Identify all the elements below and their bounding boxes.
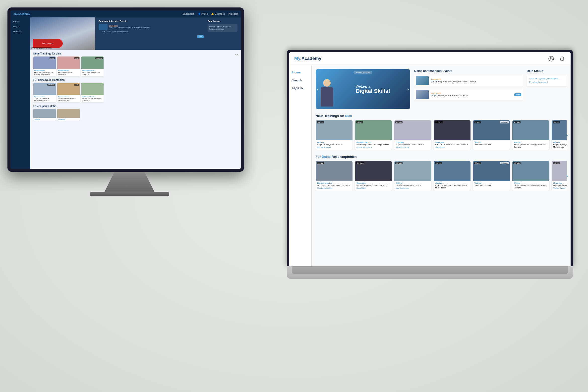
desktop-logo: my.Academy xyxy=(14,12,30,16)
laptop-rolle-card-1-title: Moderating transformation processes xyxy=(317,184,351,187)
banner-person xyxy=(318,77,336,109)
event-1-info: 23.10.2031 ZZPK_034 with unicode Title (… xyxy=(109,25,150,28)
laptop-sidebar-myskills[interactable]: MySkills xyxy=(292,86,308,90)
card-2-body: Präsenzseminar ZZPK 022 EN with all desc… xyxy=(57,69,80,76)
notifications-icon[interactable] xyxy=(558,55,566,62)
card-4-img: 5 Stunden xyxy=(33,83,56,95)
section-neue-prev[interactable]: ‹ xyxy=(235,53,236,56)
hero-more-btn[interactable]: Mehr Infos zu Lorem ipsum xyxy=(31,47,52,49)
laptop-neue-card-1-title: Project Management Basics xyxy=(317,143,351,146)
laptop-neue-card-2-author-link[interactable]: Claudia Michaelsen xyxy=(356,146,372,148)
card-1-body: Präsenzseminar ZZPK_034 with unicode Tit… xyxy=(33,69,56,76)
card-lorem-2-img xyxy=(57,109,80,118)
section-lorem-title: Lorem ipsum static xyxy=(33,105,238,108)
card-lorem-2-body: Classroom xyxy=(57,118,80,121)
desktop-logout[interactable]: ⏻ Logout xyxy=(228,13,238,15)
laptop-rolle-card-7-badge: 45 min xyxy=(553,162,560,164)
laptop-neue-card-4-type: Classroom xyxy=(435,141,469,143)
mehr-btn-area: mehr xyxy=(98,34,204,38)
laptop-sidebar-home[interactable]: Home xyxy=(292,70,308,75)
banner-nav-left[interactable]: ‹ xyxy=(317,86,319,92)
laptop-sidebar-search[interactable]: Search xyxy=(292,78,308,83)
desktop-sidebar-suche[interactable]: Suche xyxy=(13,26,28,28)
laptop-rolle-card-3-img: 30 min xyxy=(394,161,431,181)
laptop-rolle-card-1-author-link[interactable]: Claudia Michaelsen xyxy=(317,187,332,189)
mehr-button[interactable]: mehr xyxy=(197,35,204,38)
card-3-badge: 5 Minuten xyxy=(95,57,103,59)
desktop-sidebar-home[interactable]: Home xyxy=(13,20,28,23)
desktop-logo-text: Academy xyxy=(18,12,30,16)
laptop-rolle-card-6: 45 min Webinar How to produce a training… xyxy=(512,161,549,191)
laptop-neue-card-1-author-link[interactable]: Max Mustermann xyxy=(317,146,330,148)
laptop-event-thumb-2 xyxy=(416,90,429,99)
event-thumb-1 xyxy=(98,24,108,30)
desktop-section-neue: Neue Trainings für dich ‹ › xyxy=(33,52,238,76)
desktop-events-title: Deine anstehenden Events xyxy=(98,20,204,22)
section-neue-title: Neue Trainings für dich xyxy=(33,52,61,55)
desktop-event-1: 23.10.2031 ZZPK_034 with unicode Title (… xyxy=(98,24,204,30)
laptop-event-mehr-btn[interactable]: mehr xyxy=(514,93,521,96)
profile-icon[interactable] xyxy=(548,55,555,62)
desktop-card-1: 5 Tage Präsenzseminar ZZPK_034 with unic… xyxy=(33,56,56,76)
laptop-neue-card-3-img: 45 min xyxy=(394,120,431,140)
laptop-rolle-card-1-type: Blended Learning xyxy=(317,182,351,184)
desktop-topbar: my.Academy DE Deutsch 👤 Profile 🔔 Messag… xyxy=(10,10,241,18)
svg-point-1 xyxy=(550,57,552,59)
hero-more-label: Mehr Infos zu Lorem ipsum xyxy=(31,47,52,49)
desktop-nav-right: DE Deutsch 👤 Profile 🔔 Messages ⏻ Logout xyxy=(182,13,238,15)
neue-scroll-right[interactable]: › xyxy=(566,132,568,138)
laptop-neue-highlight: Dich xyxy=(345,114,352,118)
desktop-hero-image: 20-20-1 FLORIAN 1 › Mehr Infos zu Lorem … xyxy=(30,18,95,50)
laptop-rolle-card-6-badge: 45 min xyxy=(513,162,520,164)
desktop-sidebar-myskills[interactable]: MySkills xyxy=(13,30,28,33)
laptop-rolle-card-2-author-link[interactable]: Klaus Müller xyxy=(356,187,366,189)
laptop-neue-card-7-title: Project Management Advanced Max Mutterma… xyxy=(553,143,566,148)
laptop-neue-card-7: 45 min Webinar Project Management Advanc… xyxy=(552,120,566,150)
laptop-rolle-card-2-badge: 1.5 days xyxy=(356,162,364,164)
laptop-neue-card-7-img: 45 min xyxy=(552,120,566,140)
laptop-rolle-card-3-author-link[interactable]: Max Mustermann xyxy=(396,187,409,189)
laptop-status-panel: Dein Status Alles ok? (Qualis, Workflows… xyxy=(527,69,566,109)
laptop-rolle-card-1-body: Blended Learning Moderating transformati… xyxy=(316,181,352,190)
laptop-neue-card-5: 30 min WeLearn Webinar WeLearn: The Skil… xyxy=(473,120,510,150)
laptop-app: My.Academy xyxy=(289,52,570,266)
desktop-messages[interactable]: 🔔 Messages xyxy=(211,13,225,15)
desktop-card-lorem-2: Classroom xyxy=(57,109,80,121)
desktop-lorem-cards: Webinar Classroom xyxy=(33,109,238,121)
banner-nav-right[interactable]: › xyxy=(407,86,409,92)
laptop-neue-card-5-title: WeLearn: The Skill xyxy=(474,143,508,146)
laptop-neue-card-4-img: 1.5 days xyxy=(434,120,470,140)
laptop-rolle-card-1-img: 1 days xyxy=(316,161,352,181)
hero-text-area: Deine anstehenden Events 23.10.2031 ZZPK… xyxy=(95,18,241,50)
card-2-badge: 1 Tag xyxy=(74,57,79,59)
laptop-logo: My.Academy xyxy=(294,56,322,61)
laptop-neue-card-2-author: Claudia Michaelsen xyxy=(356,146,390,148)
card-lorem-1-img xyxy=(33,109,56,118)
section-neue-next[interactable]: › xyxy=(237,53,238,56)
laptop-rolle-card-7-body: eLearning Improving Acute Care in the IC… xyxy=(552,181,566,190)
laptop-neue-title: Neue Trainings für Dich xyxy=(316,114,566,118)
laptop-rolle-card-4-type: Webinar xyxy=(435,182,469,184)
desktop-lang[interactable]: DE Deutsch xyxy=(182,13,194,15)
laptop-neue-card-6: 45 min Webinar How to produce a training… xyxy=(512,120,549,150)
hero-next-btn[interactable]: › xyxy=(92,47,92,49)
person-head xyxy=(323,79,330,86)
laptop-neue-card-4-author-link[interactable]: Klaus Müller xyxy=(435,146,445,148)
laptop-hero-banner: learndigitalskills WeLearn: Digital Skil… xyxy=(316,69,410,109)
rolle-scroll-right[interactable]: › xyxy=(566,173,568,179)
desktop-profile[interactable]: 👤 Profile xyxy=(198,13,208,15)
laptop-neue-card-5-type: Webinar xyxy=(474,141,508,143)
laptop-neue-card-3-body: eLearning Improving Acute Care in the IC… xyxy=(394,140,431,149)
laptop-neue-card-2-badge: 3 days xyxy=(356,121,363,124)
card-lorem-2-type: Classroom xyxy=(58,118,79,120)
laptop-rolle-card-3-badge: 30 min xyxy=(395,162,402,164)
laptop-rolle-card-7-author-link[interactable]: Michael Strateg xyxy=(553,187,565,189)
laptop-screen: My.Academy xyxy=(289,52,570,266)
card-1-title: ZZPK_034 with unicode Title (RU) and Cer… xyxy=(34,72,55,76)
laptop-event-2-info: 13.07.2023 Project Management Basics, We… xyxy=(431,92,512,97)
card-lorem-1-type: Webinar xyxy=(34,118,55,120)
card-6-title: ZZPK 006c Proj... mediating Q: ZZPK_Qi xyxy=(82,98,102,102)
laptop-neue-card-3-badge: 45 min xyxy=(395,121,402,124)
desktop-body: Home Suche MySkills 20-20-1 FLORIAN 1 xyxy=(10,18,241,169)
laptop-neue-card-3-author-link[interactable]: Michael Strategy xyxy=(396,146,409,148)
